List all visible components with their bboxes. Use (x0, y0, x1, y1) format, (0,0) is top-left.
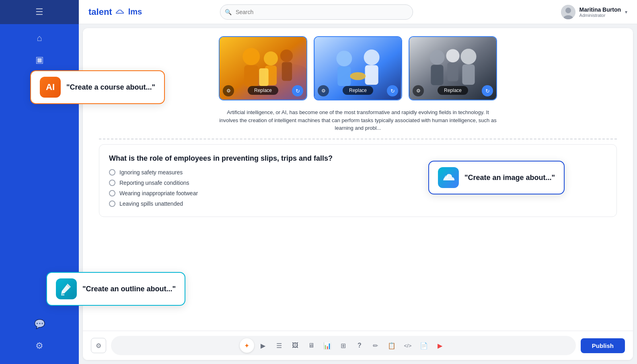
svg-point-6 (264, 51, 278, 65)
quiz-option-label-1: Ignoring safety measures (119, 169, 183, 176)
description-text: Artificial intelligence, or AI, has beco… (217, 108, 499, 132)
image-settings-button-3[interactable]: ⚙ (413, 85, 424, 96)
toolbar-present-button[interactable]: 📊 (320, 338, 335, 353)
toolbar-video-button[interactable]: ▶ (256, 338, 270, 353)
svg-rect-23 (447, 62, 458, 81)
svg-rect-5 (244, 65, 258, 87)
toolbar-present-icon: 📊 (323, 342, 331, 350)
replace-button-1[interactable]: Replace (248, 86, 278, 95)
image-card-1: Replace ⚙ ↻ (219, 36, 307, 100)
refresh-icon-2: ↻ (390, 88, 395, 94)
ai-text-label: AI (46, 82, 55, 92)
radio-3 (109, 190, 115, 196)
toolbar-file-icon: 📄 (420, 342, 428, 350)
toolbar-list-icon: ☰ (276, 342, 282, 350)
refresh-icon-3: ↻ (485, 88, 490, 94)
toolbar-icons: ✦ ▶ ☰ 🖼 🖥 📊 (111, 336, 576, 355)
toolbar-settings-button[interactable]: ⚙ (91, 338, 106, 353)
image-settings-button-1[interactable]: ⚙ (223, 85, 234, 96)
svg-point-8 (280, 49, 293, 62)
sidebar-item-courses[interactable]: ▣ (29, 50, 49, 70)
home-icon: ⌂ (37, 33, 42, 43)
chevron-down-icon[interactable]: ▾ (625, 9, 627, 15)
svg-rect-21 (462, 64, 475, 85)
logo: talent lms (88, 7, 142, 17)
user-info: Maritina Burton Administrator ▾ (561, 5, 627, 19)
toolbar-file-button[interactable]: 📄 (417, 338, 431, 353)
sidebar-header: ☰ (0, 0, 79, 24)
svg-point-4 (242, 48, 260, 65)
user-name: Maritina Burton (579, 6, 621, 13)
toolbar-screen-button[interactable]: 🖥 (304, 338, 318, 353)
floating-card-create-image[interactable]: "Create an image about..." (428, 161, 565, 194)
search-icon: 🔍 (225, 9, 232, 15)
toolbar-quiz-icon: ✏ (373, 342, 378, 350)
toolbar-video-icon: ▶ (261, 342, 265, 350)
sidebar-item-settings[interactable]: ⚙ (29, 336, 49, 356)
refresh-button-2[interactable]: ↻ (387, 85, 398, 96)
toolbar-code-button[interactable]: </> (401, 338, 415, 353)
hamburger-icon: ☰ (35, 7, 43, 17)
toolbar-ai-button[interactable]: ✦ (240, 338, 254, 353)
bottom-toolbar: ⚙ ✦ ▶ ☰ 🖼 🖥 (83, 331, 633, 360)
replace-button-2[interactable]: Replace (343, 86, 373, 95)
toolbar-list-button[interactable]: ☰ (272, 338, 286, 353)
toolbar-survey-button[interactable]: 📋 (384, 338, 399, 353)
floating-card-create-outline[interactable]: "Create an outline about..." (46, 272, 185, 306)
toolbar-image-button[interactable]: 🖼 (288, 338, 302, 353)
courses-icon: ▣ (35, 55, 44, 65)
create-outline-label: "Create an outline about..." (82, 285, 176, 293)
toolbar-question-icon: ? (358, 342, 362, 349)
toolbar-ai-icon: ✦ (244, 342, 249, 350)
svg-point-1 (565, 8, 571, 13)
search-input[interactable] (220, 4, 413, 20)
refresh-button-1[interactable]: ↻ (292, 85, 303, 96)
ai-course-label: "Create a course about..." (66, 83, 155, 92)
toolbar-youtube-button[interactable]: ▶ (433, 338, 447, 353)
sidebar-item-messages[interactable]: 💬 (29, 314, 49, 334)
radio-1 (109, 169, 115, 176)
quiz-option-label-3: Wearing inappropriate footwear (119, 190, 198, 196)
create-image-label: "Create an image about..." (464, 174, 555, 182)
svg-rect-9 (282, 62, 292, 81)
outline-pen-icon (58, 280, 75, 297)
toolbar-survey-icon: 📋 (388, 342, 396, 350)
image-settings-icon-3: ⚙ (416, 88, 421, 94)
toolbar-image-icon: 🖼 (292, 342, 298, 349)
replace-button-3[interactable]: Replace (438, 86, 468, 95)
image-settings-button-2[interactable]: ⚙ (318, 85, 329, 96)
svg-point-20 (461, 49, 477, 64)
publish-button[interactable]: Publish (581, 338, 625, 353)
svg-point-12 (336, 51, 352, 66)
toolbar-quiz-button[interactable]: ✏ (368, 338, 383, 353)
refresh-icon-1: ↻ (296, 88, 300, 94)
svg-rect-13 (337, 66, 351, 86)
svg-point-22 (446, 49, 459, 62)
toolbar-table-button[interactable]: ⊞ (336, 338, 351, 353)
toolbar-question-button[interactable]: ? (352, 338, 367, 353)
sidebar-item-home[interactable]: ⌂ (29, 28, 49, 48)
svg-point-18 (429, 50, 444, 65)
ai-course-icon: AI (40, 77, 61, 98)
radio-2 (109, 180, 115, 186)
toolbar-table-icon: ⊞ (341, 342, 346, 350)
image-wave-icon (440, 169, 457, 186)
logo-lms: lms (128, 7, 142, 16)
refresh-button-3[interactable]: ↻ (482, 85, 493, 96)
floating-card-ai-course[interactable]: AI "Create a course about..." (30, 70, 165, 104)
toolbar-youtube-icon: ▶ (438, 342, 442, 350)
quiz-option-4[interactable]: Leaving spills unattended (109, 200, 607, 207)
image-card-3: Replace ⚙ ↻ (409, 36, 497, 100)
svg-point-25 (445, 176, 448, 179)
quiz-option-label-4: Leaving spills unattended (119, 200, 183, 207)
hamburger-button[interactable]: ☰ (29, 2, 49, 22)
search-bar: 🔍 (220, 4, 413, 20)
svg-point-14 (364, 49, 380, 65)
dashed-divider (99, 139, 617, 139)
image-settings-icon-2: ⚙ (321, 88, 326, 94)
toolbar-screen-icon: 🖥 (308, 342, 314, 349)
toolbar-code-icon: </> (404, 343, 412, 349)
radio-4 (109, 200, 115, 207)
sidebar-nav: ⌂ ▣ (0, 24, 79, 70)
logo-icon: talent (88, 7, 112, 17)
